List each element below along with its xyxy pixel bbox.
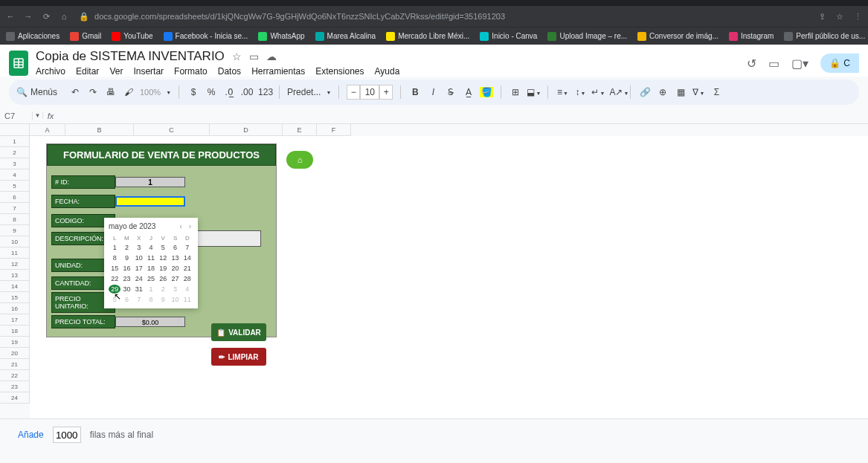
grid-body[interactable]: FORMULARIO DE VENTA DE PRODUCTOS # ID: 1… [30,136,868,418]
dp-day[interactable]: 1 [145,285,157,294]
menu-insertar[interactable]: Insertar [133,66,164,77]
format-123-icon[interactable]: 123 [258,87,271,97]
dp-day[interactable]: 2 [120,243,132,252]
rows-count-input[interactable] [53,427,81,443]
borders-icon[interactable]: ⊞ [509,87,522,97]
add-rows-link[interactable]: Añade [18,430,44,440]
dp-day[interactable]: 10 [133,253,145,262]
reload-icon[interactable]: ⟳ [40,12,52,22]
col-header[interactable]: C [134,124,210,136]
row-header[interactable]: 23 [0,381,30,392]
row-header[interactable]: 10 [0,236,30,247]
paint-format-icon[interactable]: 🖌 [122,87,135,97]
back-icon[interactable]: ← [4,12,16,21]
print-icon[interactable]: 🖶 [104,87,118,97]
col-header[interactable]: F [317,124,351,136]
bookmark-item[interactable]: Perfil público de us... [784,32,865,41]
dp-day[interactable]: 10 [169,295,181,304]
bookmark-item[interactable]: Inicio - Canva [480,32,537,41]
bookmark-item[interactable]: Gmail [70,32,101,41]
dp-day[interactable]: 16 [120,264,132,273]
row-header[interactable]: 5 [0,181,30,192]
fill-color-icon[interactable]: 🪣 [480,87,493,97]
font-size-value[interactable]: 10 [360,85,379,100]
id-field[interactable]: 1 [115,177,185,187]
link-icon[interactable]: 🔗 [638,87,652,97]
row-header[interactable]: 7 [0,203,30,214]
dp-day[interactable]: 15 [109,264,120,273]
dp-day[interactable]: 22 [109,274,120,283]
menu-datos[interactable]: Datos [218,66,241,77]
halign-icon[interactable]: ≡▼ [556,87,569,97]
dp-day[interactable]: 2 [157,285,169,294]
font-arrow-icon[interactable]: ▼ [326,90,331,95]
row-header[interactable]: 4 [0,169,30,181]
bookmark-item[interactable]: Upload Image – re... [547,32,627,41]
row-header[interactable]: 13 [0,270,30,281]
dp-day[interactable]: 5 [157,243,169,252]
row-header[interactable]: 24 [0,392,30,404]
redo-icon[interactable]: ↷ [86,87,100,97]
home-icon[interactable]: ⌂ [58,12,70,21]
dp-day[interactable]: 26 [157,274,169,283]
url-bar[interactable]: 🔒 docs.google.com/spreadsheets/d/1kjQNcg… [76,12,810,22]
dp-day[interactable]: 6 [120,295,132,304]
comment-add-icon[interactable]: ⊕ [656,87,669,97]
dp-day[interactable]: 3 [169,285,181,294]
col-header[interactable]: D [210,124,283,136]
row-header[interactable]: 16 [0,303,30,314]
cloud-status-icon[interactable]: ☁ [266,51,277,62]
menu-icon[interactable]: ⋮ [852,12,864,22]
dp-prev-icon[interactable]: ‹ [178,222,184,230]
dp-day[interactable]: 12 [157,253,169,262]
select-all-corner[interactable] [0,124,30,136]
font-size-minus[interactable]: − [347,85,360,100]
home-badge-button[interactable]: ⌂ [286,151,313,169]
dp-day[interactable]: 23 [120,274,132,283]
dp-day[interactable]: 14 [181,253,193,262]
zoom-arrow-icon[interactable]: ▼ [166,90,171,95]
dp-day[interactable]: 8 [109,253,120,262]
col-header[interactable]: B [65,124,134,136]
dp-day[interactable]: 25 [145,274,157,283]
bookmark-item[interactable]: WhatsApp [258,32,304,41]
dp-day[interactable]: 24 [133,274,145,283]
star-icon[interactable]: ☆ [834,12,846,22]
sheets-logo-icon[interactable] [9,51,28,76]
row-header[interactable]: 12 [0,259,30,270]
dp-day[interactable]: 9 [120,253,132,262]
bookmark-item[interactable]: Instagram [729,32,774,41]
bookmark-item[interactable]: Conversor de imág... [637,32,718,41]
row-header[interactable]: 15 [0,292,30,303]
bookmark-item[interactable]: YouTube [112,32,152,41]
menu-ver[interactable]: Ver [109,66,123,77]
wrap-icon[interactable]: ↵▼ [591,87,605,97]
currency-icon[interactable]: $ [187,87,200,97]
increase-decimal-icon[interactable]: .00 [240,87,254,97]
doc-title[interactable]: Copia de SISTEMA INVENTARIO [36,49,225,64]
percent-icon[interactable]: % [205,87,218,97]
undo-icon[interactable]: ↶ [68,87,82,97]
dp-day[interactable]: 27 [169,274,181,283]
row-header[interactable]: 1 [0,136,30,147]
move-doc-icon[interactable]: ▭ [249,51,259,62]
dp-day[interactable]: 3 [133,243,145,252]
bookmark-item[interactable]: Marea Alcalina [315,32,376,41]
bookmark-item[interactable]: Facebook - Inicia se... [164,32,248,41]
filter-icon[interactable]: ∇▼ [692,87,705,97]
row-header[interactable]: 8 [0,214,30,225]
share-button[interactable]: 🔒 C [820,54,859,73]
star-doc-icon[interactable]: ☆ [232,51,242,62]
history-icon[interactable]: ↺ [747,56,756,71]
text-color-icon[interactable]: A̲ [462,87,475,97]
dp-day[interactable]: 4 [181,285,193,294]
zoom-select[interactable]: 100% [140,88,161,97]
menu-herramientas[interactable]: Herramientas [251,66,305,77]
row-header[interactable]: 11 [0,247,30,259]
dp-day[interactable]: 31 [133,285,145,294]
dp-day[interactable]: 29 [109,285,120,294]
dp-day[interactable]: 13 [169,253,181,262]
bookmark-item[interactable]: Aplicaciones [6,32,60,41]
rotate-icon[interactable]: A↗▼ [609,87,623,97]
strikethrough-icon[interactable]: S̶ [444,87,457,97]
